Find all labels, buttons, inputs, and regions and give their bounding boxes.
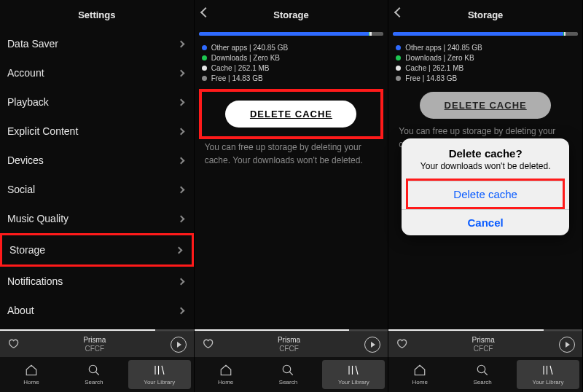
- heart-icon[interactable]: [202, 337, 214, 352]
- tab-label: Home: [218, 379, 233, 385]
- label: Account: [7, 67, 44, 79]
- row-notifications[interactable]: Notifications: [0, 267, 194, 296]
- tab-label: Search: [279, 379, 297, 385]
- tab-bar: Home Search Your Library: [0, 357, 194, 392]
- tab-search[interactable]: Search: [451, 357, 514, 392]
- delete-cache-button[interactable]: DELETE CACHE: [225, 101, 356, 128]
- legend-cache: Cache | 262.1 MB: [202, 64, 381, 72]
- settings-list: Data Saver Account Playback Explicit Con…: [0, 29, 194, 329]
- chevron-right-icon: [177, 278, 184, 285]
- dot-icon: [202, 76, 207, 81]
- chevron-right-icon: [177, 186, 184, 193]
- tab-bar: Home Search Your Library: [195, 357, 388, 392]
- tab-label: Search: [85, 379, 103, 385]
- tab-library[interactable]: Your Library: [322, 360, 385, 389]
- label: Explicit Content: [7, 125, 78, 137]
- chevron-right-icon: [175, 246, 182, 254]
- legend-other-apps: Other apps | 240.85 GB: [396, 44, 575, 52]
- play-icon[interactable]: [171, 337, 187, 353]
- delete-cache-alert: Delete cache? Your downloads won't be de…: [402, 138, 569, 235]
- dot-icon: [396, 55, 401, 60]
- now-playing-info: Prisma CFCF: [19, 336, 171, 353]
- dot-icon: [396, 66, 401, 71]
- row-data-saver[interactable]: Data Saver: [0, 29, 194, 58]
- pane-settings: Settings Data Saver Account Playback Exp…: [0, 0, 195, 392]
- track-artist: CFCF: [19, 345, 171, 353]
- back-icon[interactable]: [200, 7, 211, 17]
- row-storage[interactable]: Storage: [0, 233, 194, 267]
- dot-icon: [396, 76, 401, 81]
- tab-label: Your Library: [338, 379, 369, 385]
- tab-label: Search: [473, 379, 491, 385]
- alert-confirm-button[interactable]: Delete cache: [408, 181, 563, 207]
- page-title: Storage: [273, 9, 308, 20]
- dot-icon: [202, 55, 207, 60]
- label: Playback: [7, 96, 49, 108]
- tab-bar: Home Search Your Library: [388, 357, 582, 392]
- tab-home[interactable]: Home: [0, 357, 63, 392]
- tab-library[interactable]: Your Library: [517, 360, 579, 389]
- legend-downloads: Downloads | Zero KB: [396, 54, 575, 62]
- heart-icon[interactable]: [396, 337, 407, 352]
- dot-icon: [202, 45, 207, 50]
- tab-search[interactable]: Search: [257, 357, 320, 392]
- play-icon[interactable]: [559, 337, 575, 353]
- seg-other-apps: [393, 32, 563, 36]
- svg-point-0: [89, 365, 97, 373]
- alert-title: Delete cache?: [402, 138, 569, 161]
- chevron-right-icon: [177, 128, 184, 135]
- tab-search[interactable]: Search: [63, 357, 125, 392]
- now-playing-bar[interactable]: Prisma CFCF: [195, 331, 388, 357]
- label: Social: [7, 184, 35, 195]
- tab-library[interactable]: Your Library: [128, 360, 191, 389]
- chevron-right-icon: [177, 307, 184, 314]
- chevron-right-icon: [177, 215, 184, 222]
- track-artist: CFCF: [214, 345, 365, 353]
- header: Storage: [388, 0, 582, 29]
- tab-home[interactable]: Home: [388, 357, 451, 392]
- legend-downloads: Downloads | Zero KB: [202, 54, 381, 62]
- track-title: Prisma: [19, 336, 171, 345]
- chevron-right-icon: [177, 157, 184, 164]
- seg-free: [566, 32, 577, 36]
- row-playback[interactable]: Playback: [0, 87, 194, 117]
- legend-free: Free | 14.83 GB: [202, 74, 381, 82]
- row-devices[interactable]: Devices: [0, 146, 194, 175]
- tab-label: Home: [23, 379, 39, 385]
- page-title: Storage: [468, 9, 503, 20]
- highlight-frame: DELETE CACHE: [199, 89, 384, 139]
- back-icon[interactable]: [394, 7, 404, 17]
- play-icon[interactable]: [364, 337, 380, 353]
- dot-icon: [396, 45, 401, 50]
- chevron-right-icon: [177, 40, 184, 47]
- row-account[interactable]: Account: [0, 58, 194, 87]
- row-music-quality[interactable]: Music Quality: [0, 204, 194, 233]
- storage-usage-bar: [199, 32, 384, 36]
- label: About: [7, 305, 34, 316]
- dot-icon: [202, 66, 207, 71]
- tab-label: Your Library: [533, 379, 564, 385]
- now-playing-bar[interactable]: Prisma CFCF: [388, 331, 582, 357]
- legend-cache: Cache | 262.1 MB: [396, 64, 575, 72]
- heart-icon[interactable]: [7, 337, 19, 352]
- pane-storage: Storage Other apps | 240.85 GB Downloads…: [195, 0, 389, 392]
- now-playing-bar[interactable]: Prisma CFCF: [0, 331, 194, 357]
- chevron-right-icon: [177, 98, 184, 106]
- row-explicit-content[interactable]: Explicit Content: [0, 117, 194, 146]
- row-about[interactable]: About: [0, 296, 194, 325]
- helper-text: You can free up storage by deleting your…: [195, 141, 388, 167]
- track-artist: CFCF: [407, 345, 559, 353]
- delete-cache-button[interactable]: DELETE CACHE: [420, 92, 551, 119]
- row-social[interactable]: Social: [0, 175, 194, 204]
- now-playing-info: Prisma CFCF: [214, 336, 365, 353]
- label: Music Quality: [7, 213, 69, 224]
- label: Storage: [9, 244, 45, 256]
- alert-cancel-button[interactable]: Cancel: [402, 209, 569, 235]
- alert-message: Your downloads won't be deleted.: [402, 161, 569, 179]
- svg-point-2: [477, 365, 485, 373]
- label: Data Saver: [7, 38, 58, 50]
- label: Notifications: [7, 275, 63, 287]
- tab-home[interactable]: Home: [195, 357, 257, 392]
- page-title: Settings: [78, 9, 115, 20]
- tab-label: Your Library: [144, 379, 175, 385]
